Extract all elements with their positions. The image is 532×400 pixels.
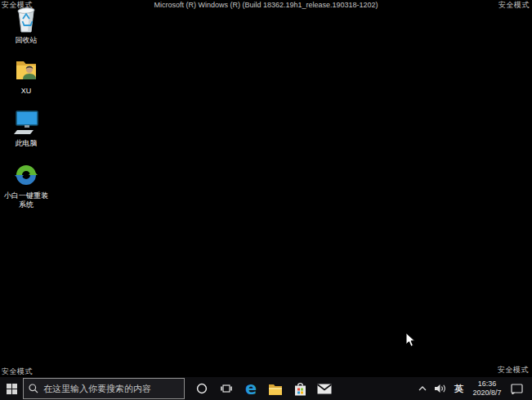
desktop-icon-label: 小白一键重装 [4, 191, 48, 200]
cortana-icon [196, 383, 208, 394]
desktop-icon-label: 此电脑 [16, 139, 38, 148]
task-view-icon [220, 383, 233, 394]
edge-button[interactable]: e [239, 377, 263, 400]
edge-icon: e [245, 380, 257, 397]
desktop-icon-label: 回收站 [16, 36, 38, 45]
system-tray: 英 16:36 2020/8/7 [416, 377, 532, 400]
desktop-icon-this-pc[interactable]: 此电脑 [0, 108, 52, 148]
volume-button[interactable] [432, 377, 449, 400]
taskbar-search-box[interactable] [23, 378, 185, 399]
taskbar: e [0, 377, 532, 400]
ime-indicator[interactable]: 英 [452, 377, 466, 400]
this-pc-icon [11, 108, 41, 137]
taskbar-clock[interactable]: 16:36 2020/8/7 [469, 377, 505, 400]
windows-build-banner: Microsoft (R) Windows (R) (Build 18362.1… [0, 1, 532, 9]
clock-date: 2020/8/7 [472, 389, 501, 398]
desktop-icon-xiaobai-reinstall[interactable]: 小白一键重装 系统 [0, 160, 52, 209]
task-view-button[interactable] [214, 377, 239, 400]
file-explorer-icon [268, 383, 283, 395]
action-center-button[interactable] [508, 377, 525, 400]
desktop-icon-user-folder[interactable]: XU [0, 56, 52, 96]
chevron-up-icon [418, 386, 427, 391]
desktop-icon-recycle-bin[interactable]: 回收站 [0, 5, 52, 45]
file-explorer-button[interactable] [263, 377, 288, 400]
mail-icon [317, 384, 332, 394]
search-input[interactable] [43, 384, 179, 393]
store-icon [294, 382, 306, 396]
safe-mode-desktop: { "system": { "safe_mode": "安全模式", "buil… [0, 0, 532, 400]
desktop-icon-label: XU [21, 87, 32, 96]
speaker-icon [435, 384, 446, 393]
recycle-bin-icon [11, 5, 41, 34]
store-button[interactable] [288, 377, 312, 400]
safe-mode-label-bottom-right: 安全模式 [498, 366, 529, 374]
mouse-cursor [405, 332, 416, 351]
action-center-icon [511, 384, 523, 394]
mail-button[interactable] [312, 377, 337, 400]
safe-mode-label-bottom-left: 安全模式 [2, 367, 33, 375]
windows-logo-icon [7, 384, 17, 394]
cortana-button[interactable] [190, 377, 214, 400]
xiaobai-reinstall-icon [11, 160, 41, 190]
tray-overflow-button[interactable] [416, 377, 429, 400]
user-folder-icon [11, 56, 41, 85]
clock-time: 16:36 [478, 380, 497, 389]
desktop-icon-label-line2: 系统 [19, 200, 34, 209]
start-button[interactable] [0, 377, 23, 400]
search-icon [29, 384, 38, 393]
